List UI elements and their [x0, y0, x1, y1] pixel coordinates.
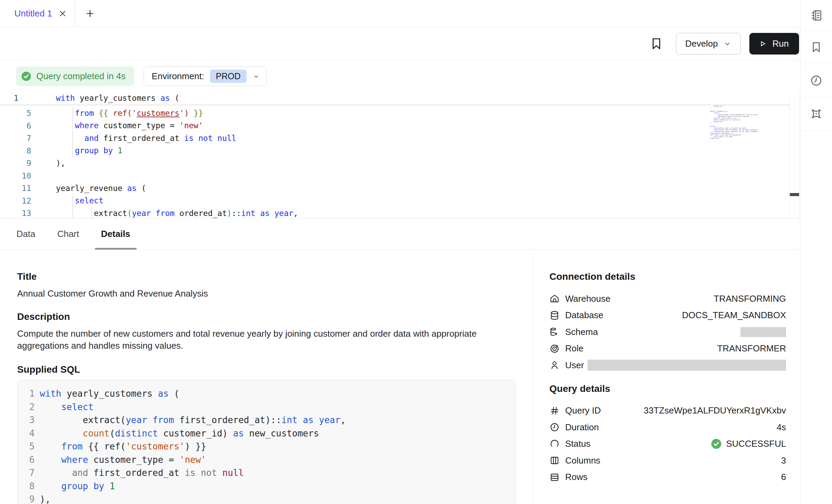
editor-line-8[interactable]: 8 group by 1	[0, 145, 789, 157]
code-line-text: count(distinct customer_id) as new_custo…	[40, 429, 319, 438]
editor-line-10[interactable]: 10	[0, 170, 789, 182]
indent-guide	[72, 120, 73, 132]
detail-row-status: StatusSUCCESSFUL	[549, 436, 786, 453]
editor-line-5[interactable]: 5 from {{ ref('customers') }}	[0, 107, 789, 120]
results-tab-bar: DataChartDetails	[0, 218, 800, 250]
detail-value: 4s	[777, 422, 786, 433]
tab-chart[interactable]: Chart	[51, 218, 85, 250]
description-heading: Description	[17, 311, 516, 322]
sql-line-6: 6 where customer_type = 'new'	[17, 453, 515, 467]
line-number: 7	[0, 134, 36, 143]
line-number: 7	[17, 468, 35, 478]
editor-line-9[interactable]: 9),	[0, 157, 789, 170]
status-value: SUCCESSFUL	[711, 438, 786, 449]
title-heading: Title	[17, 271, 516, 282]
sql-editor[interactable]: 1 with yearly_customers as ( 5 from {{ r…	[0, 92, 800, 218]
environment-value-badge: PROD	[210, 70, 246, 83]
develop-label: Develop	[685, 38, 718, 49]
detail-value: TRANSFORMING	[714, 293, 786, 304]
line-number: 9	[17, 494, 35, 504]
editor-scrollbar[interactable]	[789, 92, 799, 218]
detail-row-duration: Duration4s	[549, 419, 786, 436]
detail-label: Duration	[565, 422, 599, 433]
query-status-text: Query completed in 4s	[36, 71, 126, 82]
line-number: 1	[0, 94, 36, 103]
tab-data[interactable]: Data	[10, 218, 41, 250]
hash-icon	[549, 406, 560, 416]
sidebar-button-sparkle[interactable]	[800, 97, 832, 131]
line-number: 4	[17, 428, 35, 439]
code-line-text: and first_ordered_at is not null	[56, 134, 236, 142]
run-button[interactable]: Run	[749, 33, 799, 55]
code-line-text: where customer_type = 'new'	[40, 455, 206, 464]
editor-line-13[interactable]: 13 extract(year from ordered_at)::int as…	[0, 207, 789, 218]
tab-untitled-1[interactable]: Untitled 1	[0, 0, 75, 27]
code-line-text: ),	[56, 159, 66, 167]
develop-dropdown[interactable]: Develop	[676, 33, 741, 55]
editor-line-12[interactable]: 12 select	[0, 195, 789, 207]
sparkle-icon	[810, 107, 823, 120]
database-icon	[549, 310, 560, 321]
indent-guide	[72, 145, 73, 157]
bookmark-icon	[810, 41, 823, 54]
line-number: 9	[0, 159, 36, 168]
sql-line-8: 8 group by 1	[17, 480, 515, 493]
line-number: 11	[0, 184, 36, 193]
code-line-text: with yearly_customers as (	[56, 94, 179, 102]
detail-label: Columns	[565, 455, 601, 466]
close-icon[interactable]	[58, 9, 67, 18]
main-area: Untitled 1 Develop Run Query complet	[0, 0, 800, 504]
detail-value: TRANSFORMER	[717, 343, 786, 354]
tab-details[interactable]: Details	[95, 218, 136, 250]
sidebar-button-bookmark[interactable]	[800, 31, 832, 64]
environment-label: Environment:	[152, 71, 204, 82]
detail-label: Rows	[565, 472, 587, 482]
new-tab-button[interactable]	[85, 0, 95, 27]
line-number: 5	[17, 441, 35, 452]
check-circle-icon	[711, 438, 722, 449]
code-line-text: select	[56, 197, 103, 205]
sidebar-button-history[interactable]	[800, 64, 832, 97]
line-number: 1	[17, 388, 35, 399]
supplied-sql-block: 1with yearly_customers as (2 select3 ext…	[17, 380, 516, 504]
code-line-text: where customer_type = 'new'	[56, 122, 203, 130]
sidebar-button-notebook[interactable]	[800, 0, 832, 31]
query-status-pill: Query completed in 4s	[16, 67, 134, 86]
plus-icon	[85, 8, 95, 19]
scrollbar-thumb[interactable]	[790, 193, 799, 196]
detail-row-user: User	[549, 357, 786, 374]
sql-line-2: 2 select	[17, 400, 515, 414]
right-icon-sidebar	[800, 0, 832, 504]
environment-selector[interactable]: Environment: PROD	[144, 67, 266, 86]
detail-label: Schema	[565, 327, 598, 337]
code-line-text: select	[40, 403, 94, 411]
details-content: Title Annual Customer Growth and Revenue…	[0, 250, 533, 504]
detail-label: Status	[565, 439, 591, 449]
editor-line-6[interactable]: 6 where customer_type = 'new'	[0, 120, 789, 132]
line-number: 8	[0, 146, 36, 155]
detail-value: SUCCESSFUL	[726, 439, 786, 449]
details-sidebar: Connection details WarehouseTRANSFORMING…	[533, 250, 800, 504]
run-label: Run	[772, 38, 789, 49]
detail-label: Query ID	[565, 405, 601, 416]
check-circle-icon	[21, 71, 32, 82]
code-line-text: from {{ ref('customers') }}	[40, 442, 206, 451]
sql-line-5: 5 from {{ ref('customers') }}	[17, 440, 515, 453]
indent-guide	[72, 207, 73, 218]
detail-row-rows: Rows6	[549, 469, 786, 486]
schema-icon	[549, 327, 560, 337]
code-line-text: yearly_revenue as (	[56, 184, 146, 192]
bookmark-icon[interactable]	[649, 37, 664, 51]
detail-label: Role	[565, 343, 583, 354]
editor-lines: 5 from {{ ref('customers') }}6 where cus…	[0, 107, 789, 218]
editor-line-11[interactable]: 11yearly_revenue as (	[0, 182, 789, 195]
code-line-text: group by 1	[40, 482, 115, 491]
detail-row-warehouse: WarehouseTRANSFORMING	[549, 290, 786, 307]
redacted-value	[587, 360, 786, 371]
loader-icon	[549, 439, 560, 449]
tab-bar: Untitled 1	[0, 0, 800, 27]
line-number: 13	[0, 209, 36, 218]
detail-row-schema: Schema	[549, 324, 786, 340]
chevron-down-icon	[723, 40, 732, 48]
editor-line-7[interactable]: 7 and first_ordered_at is not null	[0, 132, 789, 145]
